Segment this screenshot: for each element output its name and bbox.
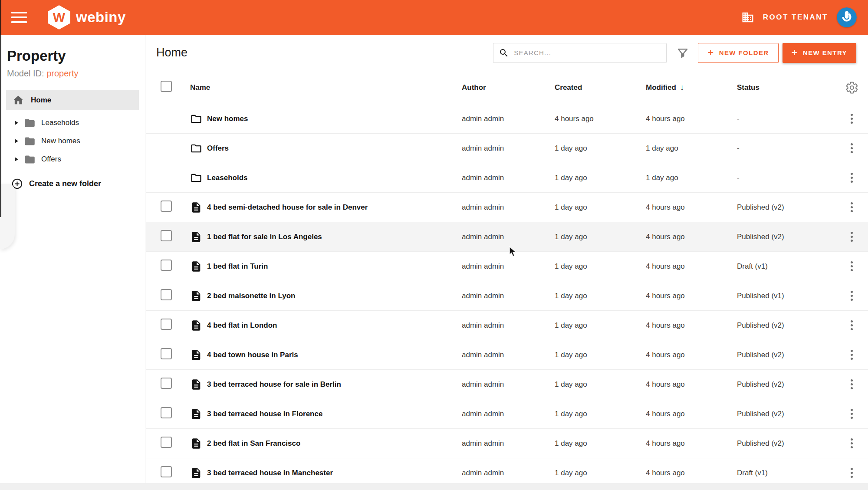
kebab-menu-icon[interactable] xyxy=(848,465,855,480)
row-checkbox[interactable] xyxy=(161,407,172,418)
new-folder-label: NEW FOLDER xyxy=(719,49,769,56)
kebab-menu-icon[interactable] xyxy=(848,229,855,244)
row-checkbox[interactable] xyxy=(161,437,172,448)
column-header-author[interactable]: Author xyxy=(462,83,555,92)
row-modified: 4 hours ago xyxy=(646,262,737,271)
row-modified: 1 day ago xyxy=(646,174,737,182)
row-name[interactable]: 1 bed flat in Turin xyxy=(207,262,268,271)
kebab-menu-icon[interactable] xyxy=(848,377,855,392)
caret-right-icon[interactable] xyxy=(15,139,18,143)
folder-icon xyxy=(190,142,202,155)
row-name[interactable]: 3 bed terraced house in Manchester xyxy=(207,469,333,477)
column-settings-gear-icon[interactable] xyxy=(845,81,858,94)
new-folder-button[interactable]: + NEW FOLDER xyxy=(698,43,778,63)
table-row[interactable]: 3 bed terraced house in Florence admin a… xyxy=(146,399,868,429)
row-name[interactable]: 4 bed town house in Paris xyxy=(207,351,298,359)
row-created: 1 day ago xyxy=(555,469,646,477)
row-checkbox[interactable] xyxy=(161,260,172,271)
plus-icon: + xyxy=(792,47,798,58)
column-header-status[interactable]: Status xyxy=(737,83,835,92)
table-row[interactable]: New homes admin admin 4 hours ago 4 hour… xyxy=(146,104,868,134)
new-entry-button[interactable]: + NEW ENTRY xyxy=(783,43,856,63)
row-name[interactable]: 1 bed flat for sale in Los Angeles xyxy=(207,233,322,241)
create-new-folder-button[interactable]: Create a new folder xyxy=(0,178,145,190)
kebab-menu-icon[interactable] xyxy=(848,318,855,333)
table-row[interactable]: 1 bed flat in Turin admin admin 1 day ag… xyxy=(146,252,868,281)
row-status: Published (v2) xyxy=(737,410,835,418)
row-checkbox[interactable] xyxy=(161,201,172,212)
row-name[interactable]: Leaseholds xyxy=(207,174,248,182)
row-created: 1 day ago xyxy=(555,410,646,418)
row-created: 1 day ago xyxy=(555,233,646,241)
table-row[interactable]: 3 bed terraced house for sale in Berlin … xyxy=(146,370,868,399)
table-row[interactable]: 4 bed semi-detached house for sale in De… xyxy=(146,193,868,222)
plus-icon: + xyxy=(707,47,714,58)
row-name[interactable]: 2 bed flat in San Francisco xyxy=(207,439,300,448)
row-checkbox[interactable] xyxy=(161,319,172,330)
filter-button[interactable] xyxy=(676,46,689,59)
sidebar-folder-new-homes[interactable]: New homes xyxy=(0,132,145,150)
row-name[interactable]: 4 bed semi-detached house for sale in De… xyxy=(207,203,368,212)
row-modified: 4 hours ago xyxy=(646,351,737,359)
row-author: admin admin xyxy=(462,115,555,123)
sidebar: Property Model ID: property Home Leaseho… xyxy=(0,35,145,490)
kebab-menu-icon[interactable] xyxy=(848,141,855,156)
row-name[interactable]: Offers xyxy=(207,144,229,153)
row-checkbox[interactable] xyxy=(161,466,172,477)
row-name[interactable]: New homes xyxy=(207,115,248,123)
hamburger-menu-icon[interactable] xyxy=(11,12,27,23)
column-header-created[interactable]: Created xyxy=(555,83,646,92)
table-row[interactable]: 4 bed flat in London admin admin 1 day a… xyxy=(146,311,868,340)
tenant-name: ROOT TENANT xyxy=(763,13,828,22)
kebab-menu-icon[interactable] xyxy=(848,259,855,274)
row-checkbox[interactable] xyxy=(161,230,172,241)
sidebar-folder-leaseholds[interactable]: Leaseholds xyxy=(0,114,145,132)
select-all-checkbox[interactable] xyxy=(161,81,172,92)
row-name[interactable]: 3 bed terraced house for sale in Berlin xyxy=(207,380,341,389)
sort-desc-icon[interactable]: ↓ xyxy=(680,83,684,92)
kebab-menu-icon[interactable] xyxy=(848,200,855,215)
caret-right-icon[interactable] xyxy=(15,121,18,125)
table-row[interactable]: 2 bed flat in San Francisco admin admin … xyxy=(146,429,868,458)
table-row[interactable]: Leaseholds admin admin 1 day ago 1 day a… xyxy=(146,163,868,193)
user-avatar[interactable] xyxy=(837,7,857,27)
column-header-name[interactable]: Name xyxy=(190,83,210,92)
folder-icon xyxy=(24,117,36,129)
breadcrumb-home[interactable]: Home xyxy=(156,46,187,59)
kebab-menu-icon[interactable] xyxy=(848,288,855,303)
caret-right-icon[interactable] xyxy=(15,157,18,161)
row-status: - xyxy=(737,174,835,182)
row-status: - xyxy=(737,144,835,153)
row-checkbox[interactable] xyxy=(161,378,172,389)
kebab-menu-icon[interactable] xyxy=(848,436,855,451)
row-created: 1 day ago xyxy=(555,292,646,300)
sidebar-folder-label: Offers xyxy=(41,155,61,164)
search-box[interactable] xyxy=(493,43,667,63)
row-author: admin admin xyxy=(462,469,555,477)
folder-icon xyxy=(24,135,36,147)
sidebar-folder-offers[interactable]: Offers xyxy=(0,150,145,168)
table-row[interactable]: 4 bed town house in Paris admin admin 1 … xyxy=(146,340,868,370)
table-row[interactable]: 1 bed flat for sale in Los Angeles admin… xyxy=(146,222,868,252)
search-input[interactable] xyxy=(514,49,661,56)
row-modified: 4 hours ago xyxy=(646,203,737,212)
row-status: Draft (v1) xyxy=(737,262,835,271)
kebab-menu-icon[interactable] xyxy=(848,170,855,185)
model-id-link[interactable]: property xyxy=(46,69,78,78)
table-row[interactable]: Offers admin admin 1 day ago 1 day ago - xyxy=(146,134,868,163)
row-checkbox[interactable] xyxy=(161,289,172,300)
row-name[interactable]: 3 bed terraced house in Florence xyxy=(207,410,322,418)
row-name[interactable]: 2 bed maisonette in Lyon xyxy=(207,292,295,300)
row-status: Published (v2) xyxy=(737,321,835,330)
webiny-logo[interactable]: W webiny xyxy=(48,5,126,30)
table-row[interactable]: 2 bed maisonette in Lyon admin admin 1 d… xyxy=(146,281,868,311)
sidebar-item-home[interactable]: Home xyxy=(6,90,139,110)
model-title: Property xyxy=(0,35,145,64)
kebab-menu-icon[interactable] xyxy=(848,111,855,126)
row-author: admin admin xyxy=(462,203,555,212)
kebab-menu-icon[interactable] xyxy=(848,406,855,421)
row-checkbox[interactable] xyxy=(161,348,172,359)
column-header-modified[interactable]: Modified ↓ xyxy=(646,83,737,92)
kebab-menu-icon[interactable] xyxy=(848,347,855,362)
row-name[interactable]: 4 bed flat in London xyxy=(207,321,277,330)
